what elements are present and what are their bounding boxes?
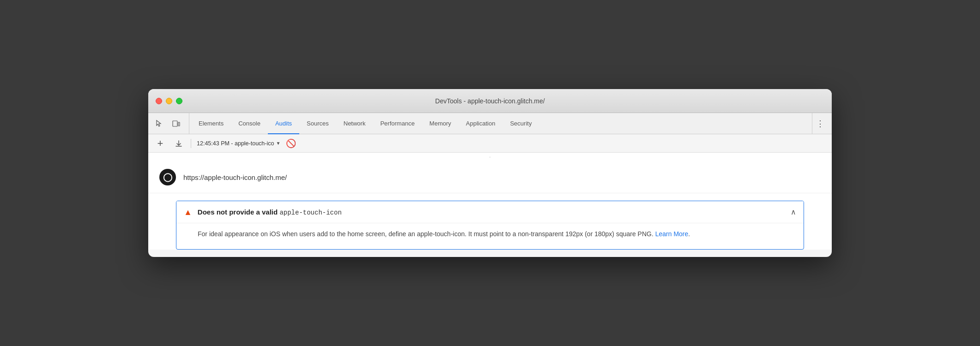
url-bar: ◯ https://apple-touch-icon.glitch.me/ bbox=[148, 161, 832, 193]
warning-header-left: ▲ Does not provide a valid apple-touch-i… bbox=[184, 208, 342, 216]
tab-application[interactable]: Application bbox=[459, 113, 503, 134]
devtools-window: DevTools - apple-touch-icon.glitch.me/ E… bbox=[148, 89, 832, 257]
warning-title: Does not provide a valid apple-touch-ico… bbox=[198, 208, 342, 216]
separator-dot: · bbox=[148, 153, 832, 161]
warning-panel: ▲ Does not provide a valid apple-touch-i… bbox=[176, 201, 804, 250]
site-icon-letter: ◯ bbox=[163, 172, 172, 182]
svg-rect-0 bbox=[173, 121, 177, 126]
minimize-button[interactable] bbox=[166, 98, 172, 104]
traffic-lights bbox=[156, 98, 182, 104]
download-button[interactable] bbox=[172, 137, 185, 150]
cursor-icon bbox=[155, 119, 163, 128]
warning-title-prefix: Does not provide a valid bbox=[198, 208, 280, 216]
tab-sources[interactable]: Sources bbox=[299, 113, 336, 134]
tab-bar: Elements Console Audits Sources Network … bbox=[148, 113, 832, 134]
title-bar: DevTools - apple-touch-icon.glitch.me/ bbox=[148, 89, 832, 113]
warning-body-text: For ideal appearance on iOS when users a… bbox=[198, 230, 653, 238]
inspect-element-button[interactable] bbox=[152, 116, 167, 131]
tab-list: Elements Console Audits Sources Network … bbox=[191, 113, 810, 134]
block-icon[interactable]: 🚫 bbox=[286, 138, 296, 149]
chevron-down-icon: ▼ bbox=[276, 141, 280, 146]
url-text: https://apple-touch-icon.glitch.me/ bbox=[183, 173, 287, 181]
learn-more-link[interactable]: Learn More bbox=[655, 230, 689, 238]
svg-rect-1 bbox=[178, 122, 180, 126]
tab-console[interactable]: Console bbox=[231, 113, 268, 134]
window-title: DevTools - apple-touch-icon.glitch.me/ bbox=[435, 97, 544, 105]
tab-network[interactable]: Network bbox=[336, 113, 373, 134]
tab-security[interactable]: Security bbox=[502, 113, 539, 134]
tab-performance[interactable]: Performance bbox=[373, 113, 422, 134]
warning-triangle-icon: ▲ bbox=[184, 208, 192, 216]
tab-audits[interactable]: Audits bbox=[268, 113, 299, 134]
divider bbox=[191, 139, 191, 148]
device-toggle-button[interactable] bbox=[169, 116, 183, 131]
session-label: 12:45:43 PM - apple-touch-ico bbox=[197, 140, 274, 147]
tab-memory[interactable]: Memory bbox=[422, 113, 459, 134]
maximize-button[interactable] bbox=[176, 98, 182, 104]
tab-elements[interactable]: Elements bbox=[191, 113, 231, 134]
main-content: · ◯ https://apple-touch-icon.glitch.me/ … bbox=[148, 153, 832, 250]
add-button[interactable]: + bbox=[154, 137, 167, 150]
device-icon bbox=[172, 119, 180, 128]
secondary-toolbar: + 12:45:43 PM - apple-touch-ico ▼ 🚫 bbox=[148, 134, 832, 153]
session-dropdown[interactable]: 12:45:43 PM - apple-touch-ico ▼ bbox=[197, 140, 280, 147]
toolbar-icons bbox=[152, 113, 189, 134]
site-icon: ◯ bbox=[159, 169, 176, 185]
warning-body: For ideal appearance on iOS when users a… bbox=[176, 223, 804, 249]
warning-header[interactable]: ▲ Does not provide a valid apple-touch-i… bbox=[176, 201, 804, 223]
more-menu-button[interactable]: ⋮ bbox=[812, 113, 828, 134]
download-icon bbox=[175, 139, 183, 148]
close-button[interactable] bbox=[156, 98, 162, 104]
chevron-up-icon: ∧ bbox=[791, 208, 796, 216]
warning-title-code: apple-touch-icon bbox=[279, 209, 341, 216]
